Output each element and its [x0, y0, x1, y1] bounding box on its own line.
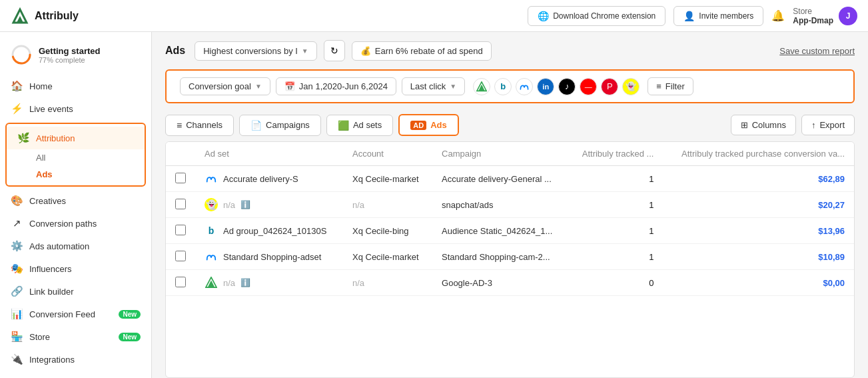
google-ads-icon[interactable] [473, 78, 490, 95]
col-account: Account [343, 142, 432, 166]
integrations-icon: 🔌 [11, 353, 23, 365]
conversion-goal-label: Conversion goal [189, 81, 251, 91]
columns-button[interactable]: ⊞ Columns [731, 115, 796, 135]
row-tracked: 1 [568, 244, 663, 270]
attribution-model-button[interactable]: Last click ▼ [402, 77, 465, 95]
row-checkbox[interactable] [175, 251, 186, 261]
platform-cell: Accurate delivery-S [205, 172, 334, 185]
sidebar-item-ads-automation[interactable]: ⚙️ Ads automation [0, 235, 151, 257]
conversion-goal-button[interactable]: Conversion goal ▼ [180, 77, 270, 95]
money-bag-icon: 💰 [360, 46, 371, 56]
svg-marker-1 [17, 16, 23, 23]
notification-bell-icon[interactable]: 🔔 [771, 9, 785, 22]
earn-rebate-label: Earn 6% rebate of ad spend [375, 46, 483, 56]
row-campaign: snapchat/ads [432, 192, 568, 218]
tab-ads[interactable]: AD Ads [398, 114, 458, 136]
sidebar-item-conversion-feed[interactable]: 📊 Conversion Feed New [0, 303, 151, 325]
sidebar-item-integrations[interactable]: 🔌 Integrations [0, 348, 151, 371]
sidebar-item-home[interactable]: 🏠 Home [0, 75, 151, 97]
criteo-ads-icon[interactable]: — [580, 78, 597, 95]
person-icon: 👤 [683, 11, 695, 21]
conversion-paths-icon: ↗ [11, 217, 23, 229]
sidebar-item-home-label: Home [29, 81, 141, 91]
row-checkbox-cell [166, 218, 195, 244]
invite-members-button[interactable]: 👤 Invite members [673, 6, 763, 26]
row-purchase: $13,96 [663, 218, 854, 244]
logo: Attribuly [11, 7, 79, 25]
row-tracked: 1 [568, 166, 663, 192]
sidebar-item-live-events[interactable]: ⚡ Live events [0, 97, 151, 120]
tiktok-ads-icon[interactable]: ♪ [558, 78, 576, 95]
filter-button[interactable]: ≡ Filter [648, 77, 693, 95]
info-icon[interactable]: ℹ️ [240, 200, 250, 209]
attribution-section: 🌿 Attribution All Ads [5, 123, 146, 187]
header-actions: 🌐 Download Chrome extension 👤 Invite mem… [528, 6, 857, 26]
row-checkbox[interactable] [175, 173, 186, 183]
export-icon: ↑ [811, 120, 816, 130]
snapchat-ads-icon[interactable]: 👻 [622, 78, 640, 95]
row-ad-set: b Ad group_042624_10130S [195, 218, 343, 244]
highest-conversions-label: Highest conversions by I [203, 46, 298, 56]
tab-channels-label: Channels [186, 120, 222, 130]
logo-text: Attribuly [35, 10, 79, 22]
chevron-down-icon: ▼ [302, 47, 308, 55]
sidebar-item-creatives-label: Creatives [29, 196, 141, 206]
ads-tab-icon: AD [410, 121, 426, 130]
sidebar-item-creatives[interactable]: 🎨 Creatives [0, 189, 151, 212]
sidebar-item-attribution-ads[interactable]: Ads [36, 166, 145, 183]
bing-ads-icon[interactable]: b [494, 78, 512, 95]
chevron-down-icon: ▼ [450, 83, 456, 90]
ad-sets-tab-icon: 🟩 [338, 120, 349, 131]
row-campaign: Accurate delivery-General ... [432, 166, 568, 192]
store-info: Store App-Dmap J [793, 7, 857, 25]
col-campaign: Campaign [432, 142, 568, 166]
table-header-row: Ad set Account Campaign Attribuly tracke… [166, 142, 854, 166]
earn-rebate-button[interactable]: 💰 Earn 6% rebate of ad spend [352, 41, 492, 61]
attribution-model-label: Last click [410, 81, 446, 91]
row-checkbox[interactable] [175, 199, 186, 209]
row-checkbox[interactable] [175, 225, 186, 235]
col-tracked: Attribuly tracked ... [568, 142, 663, 166]
tab-campaigns[interactable]: 📄 Campaigns [239, 115, 321, 136]
refresh-button[interactable]: ↻ [324, 40, 345, 61]
info-icon[interactable]: ℹ️ [240, 278, 250, 287]
sidebar-item-attribution[interactable]: 🌿 Attribution [7, 127, 145, 149]
tab-ad-sets[interactable]: 🟩 Ad sets [326, 115, 393, 136]
sidebar-item-influencers[interactable]: 🎭 Influencers [0, 257, 151, 280]
tab-campaigns-label: Campaigns [266, 120, 310, 130]
linkedin-ads-icon[interactable]: in [537, 78, 554, 95]
store-name: App-Dmap [793, 16, 833, 25]
refresh-icon: ↻ [330, 45, 338, 56]
row-ad-set: Accurate delivery-S [195, 166, 343, 192]
highest-conversions-dropdown[interactable]: Highest conversions by I ▼ [195, 41, 317, 61]
row-checkbox[interactable] [175, 277, 186, 287]
influencers-icon: 🎭 [11, 263, 23, 275]
pinterest-ads-icon[interactable]: P [601, 78, 618, 95]
sidebar-item-conversion-paths[interactable]: ↗ Conversion paths [0, 212, 151, 235]
row-purchase: $20,27 [663, 192, 854, 218]
row-platform-icon: 👻 [205, 198, 218, 211]
sidebar-item-link-builder[interactable]: 🔗 Link builder [0, 280, 151, 303]
date-range-button[interactable]: 📅 Jan 1,2020-Jun 6,2024 [276, 77, 396, 95]
tab-channels[interactable]: ≡ Channels [165, 115, 234, 136]
sidebar-item-getting-started[interactable]: Getting started 77% complete [0, 37, 151, 72]
tab-actions: ⊞ Columns ↑ Export [731, 115, 855, 135]
row-account: n/a [343, 270, 432, 296]
avatar[interactable]: J [839, 7, 857, 25]
meta-ads-icon[interactable] [516, 78, 533, 95]
row-ad-set: n/a ℹ️ [195, 270, 343, 296]
sidebar-item-attribution-all[interactable]: All [36, 149, 145, 166]
sidebar-item-conversion-feed-label: Conversion Feed [29, 309, 112, 319]
ads-toolbar: Ads Highest conversions by I ▼ ↻ 💰 Earn … [152, 32, 868, 69]
filter-label: Filter [665, 81, 685, 91]
save-report-button[interactable]: Save custom report [779, 46, 855, 56]
sidebar-item-store[interactable]: 🏪 Store New [0, 325, 151, 348]
home-icon: 🏠 [11, 80, 23, 92]
export-button[interactable]: ↑ Export [801, 115, 855, 135]
table-row: n/a ℹ️ n/a Google-AD-3 0 $0,00 [166, 270, 854, 296]
platform-cell: b Ad group_042624_10130S [205, 224, 334, 237]
data-table-container: Ad set Account Campaign Attribuly tracke… [165, 141, 855, 378]
table-tabs: ≡ Channels 📄 Campaigns 🟩 Ad sets AD Ads … [152, 109, 868, 141]
chrome-extension-button[interactable]: 🌐 Download Chrome extension [528, 6, 665, 26]
sidebar-item-influencers-label: Influencers [29, 264, 141, 274]
